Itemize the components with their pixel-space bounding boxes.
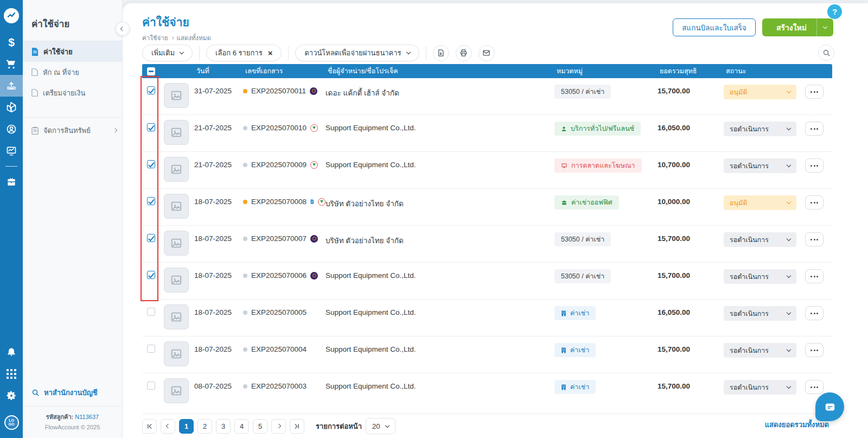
- document-number[interactable]: EXP2025070007: [251, 234, 307, 243]
- page-button[interactable]: 4: [234, 419, 249, 434]
- attachment-thumbnail[interactable]: [164, 194, 189, 219]
- status-dropdown[interactable]: รอดำเนินการ: [724, 158, 796, 173]
- document-number[interactable]: EXP2025070010: [251, 124, 307, 132]
- column-header-vendor[interactable]: ชื่อผู้จำหน่าย/ชื่อโปรเจ็ค: [326, 66, 554, 77]
- vendor-name: Support Equipment Co.,Ltd.: [326, 337, 554, 353]
- status-dropdown[interactable]: รอดำเนินการ: [724, 269, 796, 284]
- document-number[interactable]: EXP2025070005: [251, 308, 307, 316]
- row-checkbox[interactable]: [147, 382, 155, 390]
- page-button[interactable]: 1: [179, 419, 194, 434]
- chevron-down-icon: [385, 423, 389, 427]
- last-page-button[interactable]: [290, 419, 304, 434]
- sidebar-item-asset-management[interactable]: จัดการสินทรัพย์: [23, 118, 122, 143]
- help-button[interactable]: ?: [827, 4, 842, 19]
- row-actions-button[interactable]: [805, 232, 824, 246]
- row-checkbox[interactable]: [147, 86, 155, 94]
- page-button[interactable]: 5: [253, 419, 267, 434]
- row-checkbox[interactable]: [147, 345, 155, 353]
- attachment-thumbnail[interactable]: [164, 83, 189, 108]
- document-icon: [31, 48, 39, 56]
- row-actions-button[interactable]: [805, 269, 824, 283]
- sidebar-item-prepare-payment[interactable]: เตรียมจ่ายเงิน: [23, 82, 122, 103]
- row-actions-button[interactable]: [805, 343, 824, 357]
- breadcrumb-separator-icon: [171, 36, 174, 40]
- status-dropdown[interactable]: รอดำเนินการ: [724, 343, 796, 358]
- doc-status-dot: [243, 384, 247, 389]
- payroll-briefcase-icon[interactable]: [0, 171, 23, 193]
- contacts-support-icon[interactable]: [0, 118, 23, 140]
- document-number[interactable]: EXP2025070009: [251, 161, 307, 169]
- attachment-thumbnail[interactable]: [164, 120, 189, 145]
- row-actions-button[interactable]: [805, 85, 824, 99]
- row-checkbox[interactable]: [147, 197, 155, 205]
- create-new-button[interactable]: สร้างใหม่: [762, 18, 833, 36]
- previous-page-button[interactable]: [161, 419, 175, 434]
- row-actions-button[interactable]: [805, 195, 824, 210]
- column-header-category[interactable]: หมวดหมู่: [554, 66, 658, 77]
- email-button[interactable]: [478, 45, 495, 61]
- document-number[interactable]: EXP2025070004: [251, 345, 307, 353]
- select-all-checkbox[interactable]: [147, 67, 155, 75]
- attachment-thumbnail[interactable]: [164, 341, 189, 366]
- scan-bill-receipt-button[interactable]: สแกนบิลและใบเสร็จ: [673, 18, 756, 36]
- clear-selection-icon[interactable]: ×: [268, 48, 273, 58]
- row-actions-button[interactable]: [805, 306, 824, 320]
- reports-chart-icon[interactable]: [0, 140, 23, 162]
- sidebar-item-withholding-tax[interactable]: หัก ณ ที่จ่าย: [23, 62, 122, 82]
- flowaccount-logo-icon[interactable]: [0, 0, 23, 31]
- row-checkbox[interactable]: [147, 123, 155, 131]
- expenses-upload-icon[interactable]: [0, 75, 23, 97]
- status-dropdown[interactable]: อนุมัติ: [724, 85, 796, 99]
- row-checkbox[interactable]: [147, 234, 155, 242]
- chat-button[interactable]: [815, 392, 844, 421]
- page-button[interactable]: 2: [197, 419, 212, 434]
- find-accounting-firm-link[interactable]: หาสำนักงานบัญชี: [23, 379, 122, 406]
- attachment-thumbnail[interactable]: [164, 231, 189, 256]
- row-checkbox[interactable]: [147, 308, 155, 316]
- more-dropdown[interactable]: เพิ่มเติม: [142, 45, 193, 61]
- print-button[interactable]: [456, 45, 472, 61]
- row-actions-button[interactable]: [805, 380, 824, 394]
- search-button[interactable]: [818, 45, 834, 61]
- apps-grid-icon[interactable]: [0, 363, 23, 385]
- download-bank-dropdown[interactable]: ดาวน์โหลดเพื่อจ่ายผ่านธนาคาร: [295, 45, 419, 61]
- column-header-date[interactable]: วันที่: [194, 66, 243, 77]
- column-header-status[interactable]: สถานะ: [724, 66, 805, 77]
- document-number[interactable]: EXP2025070003: [251, 382, 307, 390]
- row-actions-button[interactable]: [805, 158, 824, 173]
- column-header-amount[interactable]: ยอดรวมสุทธิ: [658, 66, 724, 77]
- page-size-select[interactable]: 20: [366, 418, 395, 434]
- attachment-thumbnail[interactable]: [164, 268, 189, 293]
- products-box-icon[interactable]: [0, 97, 23, 118]
- company-logo-icon[interactable]: LOGO: [0, 407, 23, 438]
- first-page-button[interactable]: [142, 419, 157, 434]
- attachment-thumbnail[interactable]: [164, 304, 189, 329]
- export-document-button[interactable]: [433, 45, 449, 61]
- document-number[interactable]: EXP2025070008: [251, 198, 307, 206]
- settings-gear-icon[interactable]: [0, 385, 23, 407]
- document-number[interactable]: EXP2025070011: [251, 87, 306, 95]
- row-date: 21-07-2025: [194, 152, 243, 169]
- row-checkbox[interactable]: [147, 271, 155, 279]
- page-button[interactable]: 3: [216, 419, 231, 434]
- status-dropdown[interactable]: รอดำเนินการ: [724, 122, 796, 136]
- column-header-doc-no[interactable]: เลขที่เอกสาร: [243, 66, 326, 77]
- document-number[interactable]: EXP2025070006: [251, 271, 307, 280]
- sell-dollar-icon[interactable]: $: [0, 31, 23, 53]
- attachment-thumbnail[interactable]: [164, 157, 189, 182]
- status-dropdown[interactable]: รอดำเนินการ: [724, 380, 796, 395]
- status-dropdown[interactable]: รอดำเนินการ: [724, 232, 796, 247]
- status-dropdown[interactable]: รอดำเนินการ: [724, 306, 796, 321]
- selection-chip[interactable]: เลือก 6 รายการ ×: [206, 45, 282, 61]
- sidebar-collapse-button[interactable]: [116, 22, 130, 36]
- row-actions-button[interactable]: [805, 122, 824, 136]
- attachment-thumbnail[interactable]: [164, 378, 189, 403]
- row-date: 18-07-2025: [194, 337, 243, 353]
- next-page-button[interactable]: [271, 419, 286, 434]
- row-checkbox[interactable]: [147, 160, 155, 168]
- sidebar-item-expenses[interactable]: ค่าใช้จ่าย: [23, 41, 122, 62]
- buy-cart-icon[interactable]: [0, 53, 23, 75]
- notifications-bell-icon[interactable]: [0, 341, 23, 363]
- breadcrumb-item[interactable]: ค่าใช้จ่าย: [142, 33, 168, 43]
- status-dropdown[interactable]: อนุมัติ: [724, 195, 796, 210]
